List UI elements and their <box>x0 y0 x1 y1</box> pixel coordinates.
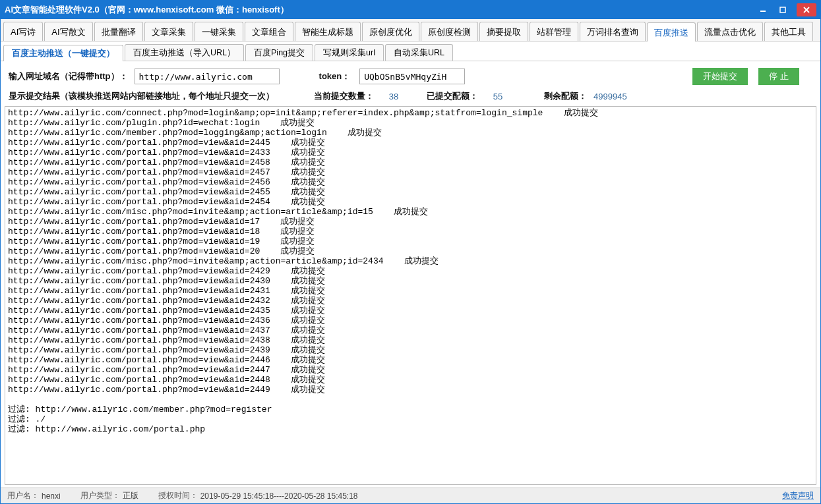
token-label: token： <box>319 70 351 82</box>
disclaimer-link[interactable]: 免责声明 <box>782 490 814 501</box>
start-button[interactable]: 开始提交 <box>692 68 748 85</box>
main-tabs: AI写诗AI写散文批量翻译文章采集一键采集文章组合智能生成标题原创度优化原创度检… <box>1 19 820 42</box>
main-tab-12[interactable]: 百度推送 <box>647 22 696 42</box>
stop-button[interactable]: 停 止 <box>758 68 799 85</box>
main-tab-10[interactable]: 站群管理 <box>530 22 578 41</box>
minimize-button[interactable] <box>753 3 773 16</box>
count-value: 38 <box>374 92 413 101</box>
sub-tab-0[interactable]: 百度主动推送（一键提交） <box>3 45 123 61</box>
form-row: 输入网址域名（记得带http）： token： 开始提交 停 止 <box>1 61 820 89</box>
main-tab-13[interactable]: 流量点击优化 <box>697 22 763 41</box>
main-tab-3[interactable]: 文章采集 <box>144 22 193 41</box>
auth-value: 2019-05-29 15:45:18----2020-05-28 15:45:… <box>200 491 358 501</box>
result-label: 显示提交结果（该模块推送网站内部链接地址，每个地址只提交一次） <box>9 90 274 102</box>
sub-tab-2[interactable]: 百度Ping提交 <box>245 44 313 61</box>
result-textarea[interactable]: http://www.ailyric.com/connect.php?mod=l… <box>5 106 816 485</box>
url-label: 输入网址域名（记得带http）： <box>9 70 128 82</box>
svg-rect-1 <box>780 7 785 13</box>
sub-tabs: 百度主动推送（一键提交）百度主动推送（导入URL）百度Ping提交写规则采集ur… <box>1 42 820 61</box>
main-tab-1[interactable]: AI写散文 <box>44 22 92 41</box>
auth-label: 授权时间： <box>158 490 198 501</box>
footer: 用户名： henxi 用户类型： 正版 授权时间： 2019-05-29 15:… <box>1 488 820 503</box>
type-value: 正版 <box>123 490 138 501</box>
user-label: 用户名： <box>7 490 39 501</box>
main-tab-9[interactable]: 摘要提取 <box>479 22 528 41</box>
main-tab-7[interactable]: 原创度优化 <box>362 22 419 41</box>
main-tab-14[interactable]: 其他工具 <box>764 22 813 41</box>
main-tab-2[interactable]: 批量翻译 <box>94 22 143 41</box>
type-label: 用户类型： <box>80 490 120 501</box>
main-tab-4[interactable]: 一键采集 <box>195 22 243 41</box>
main-tab-11[interactable]: 万词排名查询 <box>580 22 646 41</box>
sub-tab-1[interactable]: 百度主动推送（导入URL） <box>125 44 244 61</box>
sub-tab-3[interactable]: 写规则采集url <box>315 44 384 61</box>
main-tab-8[interactable]: 原创度检测 <box>421 22 478 41</box>
maximize-button[interactable] <box>773 3 793 16</box>
count-label: 当前提交数量： <box>314 90 374 102</box>
main-tab-0[interactable]: AI写诗 <box>3 22 43 41</box>
used-value: 55 <box>478 92 518 101</box>
sub-tab-4[interactable]: 自动采集URL <box>385 44 453 61</box>
remain-label: 剩余配额： <box>544 90 587 102</box>
main-tab-5[interactable]: 文章组合 <box>245 22 293 41</box>
remain-value: 4999945 <box>587 92 634 101</box>
status-row: 显示提交结果（该模块推送网站内部链接地址，每个地址只提交一次） 当前提交数量： … <box>1 89 820 106</box>
token-input[interactable] <box>359 69 465 84</box>
window-title: AI文章智能处理软件V2.0（官网：www.henxisoft.com 微信：h… <box>5 4 753 16</box>
main-tab-6[interactable]: 智能生成标题 <box>295 22 361 41</box>
url-input[interactable] <box>135 69 280 84</box>
used-label: 已提交配额： <box>427 90 478 102</box>
user-value: henxi <box>42 491 61 501</box>
titlebar: AI文章智能处理软件V2.0（官网：www.henxisoft.com 微信：h… <box>1 1 820 19</box>
close-button[interactable] <box>797 3 816 16</box>
